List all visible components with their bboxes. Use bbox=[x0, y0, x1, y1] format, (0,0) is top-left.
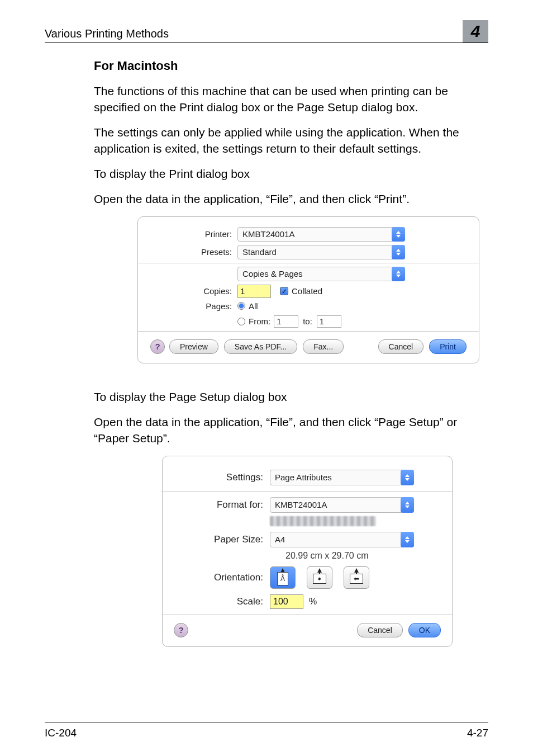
pages-all-radio[interactable]: All bbox=[237, 301, 331, 311]
chapter-tab: 4 bbox=[463, 20, 488, 42]
scale-value: 100 bbox=[273, 597, 288, 607]
stepper-icon bbox=[401, 532, 414, 547]
orientation-portrait-button[interactable]: Å bbox=[270, 566, 296, 589]
stepper-icon bbox=[392, 227, 405, 242]
divider bbox=[138, 331, 479, 332]
check-icon: ✓ bbox=[280, 287, 288, 295]
orientation-label: Orientation: bbox=[174, 572, 270, 583]
pane-select-value: Copies & Pages bbox=[242, 269, 303, 278]
stepper-icon bbox=[401, 497, 414, 513]
presets-select[interactable]: Standard bbox=[237, 245, 405, 259]
pages-all-label: All bbox=[249, 301, 258, 311]
pages-to-value: 1 bbox=[320, 316, 324, 326]
print-button[interactable]: Print bbox=[429, 339, 467, 354]
save-as-pdf-button[interactable]: Save As PDF... bbox=[224, 339, 297, 354]
ok-button[interactable]: OK bbox=[408, 623, 441, 637]
stepper-icon bbox=[401, 470, 414, 485]
cancel-button[interactable]: Cancel bbox=[357, 623, 403, 637]
pane-select[interactable]: Copies & Pages bbox=[237, 267, 405, 281]
paper-size-label: Paper Size: bbox=[174, 534, 270, 545]
page-setup-dialog: Settings: Page Attributes Format for: KM… bbox=[162, 456, 453, 647]
collated-checkbox[interactable]: ✓ Collated bbox=[280, 286, 322, 296]
format-for-select-value: KMBT24001A bbox=[275, 500, 327, 509]
format-for-select[interactable]: KMBT24001A bbox=[270, 497, 414, 513]
stepper-icon bbox=[392, 245, 405, 259]
paper-dimensions: 20.99 cm x 29.70 cm bbox=[285, 551, 441, 561]
help-button[interactable]: ? bbox=[174, 623, 188, 637]
radio-on-icon bbox=[237, 302, 245, 310]
settings-select-value: Page Attributes bbox=[275, 472, 332, 482]
paper-size-select-value: A4 bbox=[275, 535, 285, 544]
presets-label: Presets: bbox=[150, 247, 237, 257]
chapter-number: 4 bbox=[471, 22, 480, 41]
footer-right: 4-27 bbox=[467, 727, 488, 739]
presets-select-value: Standard bbox=[242, 247, 277, 257]
help-button[interactable]: ? bbox=[150, 339, 165, 354]
settings-label: Settings: bbox=[174, 472, 270, 483]
format-for-subtext bbox=[270, 516, 376, 526]
section-heading: For Macintosh bbox=[94, 59, 488, 73]
paragraph-5: To display the Page Setup dialog box bbox=[94, 389, 488, 405]
paragraph-2: The settings can only be applied while u… bbox=[94, 125, 488, 157]
copies-input[interactable]: 1 bbox=[237, 285, 271, 298]
fax-button[interactable]: Fax... bbox=[303, 339, 344, 354]
preview-button[interactable]: Preview bbox=[169, 339, 218, 354]
pages-from-label: From: bbox=[249, 316, 270, 326]
paragraph-3: To display the Print dialog box bbox=[94, 166, 488, 182]
page-header-title: Various Printing Methods bbox=[45, 27, 169, 40]
divider bbox=[138, 263, 479, 263]
printer-label: Printer: bbox=[150, 229, 237, 239]
pages-from-value: 1 bbox=[277, 316, 281, 326]
collated-label: Collated bbox=[292, 286, 322, 296]
orientation-portrait-icon: Å bbox=[277, 570, 289, 585]
pages-from-radio[interactable]: From: bbox=[237, 316, 270, 326]
divider bbox=[161, 615, 453, 615]
pages-label: Pages: bbox=[150, 301, 237, 311]
printer-select-value: KMBT24001A bbox=[242, 229, 294, 239]
stepper-icon bbox=[392, 267, 405, 281]
orientation-landscape-right-button[interactable]: ➧ bbox=[307, 566, 332, 589]
orientation-landscape-left-icon: ⬅ bbox=[350, 570, 363, 585]
pages-to-input[interactable]: 1 bbox=[317, 315, 341, 328]
format-for-label: Format for: bbox=[174, 499, 270, 511]
footer-left: IC-204 bbox=[45, 727, 77, 739]
radio-off-icon bbox=[237, 318, 245, 325]
orientation-landscape-right-icon: ➧ bbox=[313, 570, 326, 585]
paper-size-select[interactable]: A4 bbox=[270, 532, 414, 547]
scale-input[interactable]: 100 bbox=[270, 594, 303, 609]
orientation-landscape-left-button[interactable]: ⬅ bbox=[344, 566, 369, 589]
pages-to-label: to: bbox=[303, 316, 312, 326]
paragraph-4: Open the data in the application, “File”… bbox=[94, 191, 488, 207]
copies-value: 1 bbox=[240, 286, 245, 296]
paragraph-6: Open the data in the application, “File”… bbox=[94, 414, 488, 447]
printer-select[interactable]: KMBT24001A bbox=[237, 227, 405, 242]
pages-from-input[interactable]: 1 bbox=[274, 315, 298, 328]
print-dialog: Printer: KMBT24001A Presets: Standard Co… bbox=[137, 216, 479, 363]
scale-percent-label: % bbox=[309, 597, 317, 607]
paragraph-1: The functions of this machine that can b… bbox=[94, 83, 488, 116]
cancel-button[interactable]: Cancel bbox=[378, 339, 424, 354]
settings-select[interactable]: Page Attributes bbox=[270, 470, 414, 485]
copies-label: Copies: bbox=[150, 286, 237, 296]
scale-label: Scale: bbox=[174, 596, 270, 607]
divider bbox=[161, 491, 453, 492]
